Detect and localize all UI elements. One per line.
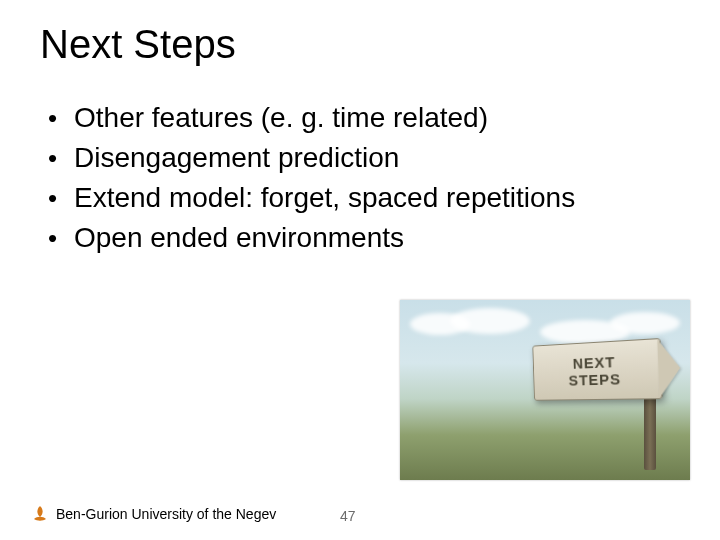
list-item: • Disengagement prediction [48, 140, 690, 176]
bullet-icon: • [48, 100, 56, 136]
university-name: Ben-Gurion University of the Negev [56, 506, 276, 522]
bullet-text: Extend model: forget, spaced repetitions [74, 180, 575, 216]
svg-point-0 [39, 518, 42, 521]
bullet-text: Open ended environments [74, 220, 404, 256]
list-item: • Open ended environments [48, 220, 690, 256]
bullet-icon: • [48, 220, 56, 256]
sign-text-line1: NEXT [572, 353, 615, 372]
bullet-list: • Other features (e. g. time related) • … [48, 100, 690, 260]
bullet-icon: • [48, 180, 56, 216]
footer: Ben-Gurion University of the Negev 47 [30, 504, 690, 524]
slide: Next Steps • Other features (e. g. time … [0, 0, 720, 540]
list-item: • Extend model: forget, spaced repetitio… [48, 180, 690, 216]
slide-title: Next Steps [40, 22, 236, 67]
page-number: 47 [340, 508, 356, 524]
sign-text-line2: STEPS [568, 370, 621, 389]
sign-board: NEXT STEPS [532, 338, 662, 401]
list-item: • Other features (e. g. time related) [48, 100, 690, 136]
university-logo-icon [30, 504, 50, 524]
bullet-icon: • [48, 140, 56, 176]
bullet-text: Disengagement prediction [74, 140, 399, 176]
bullet-text: Other features (e. g. time related) [74, 100, 488, 136]
next-steps-image: NEXT STEPS [400, 300, 690, 480]
